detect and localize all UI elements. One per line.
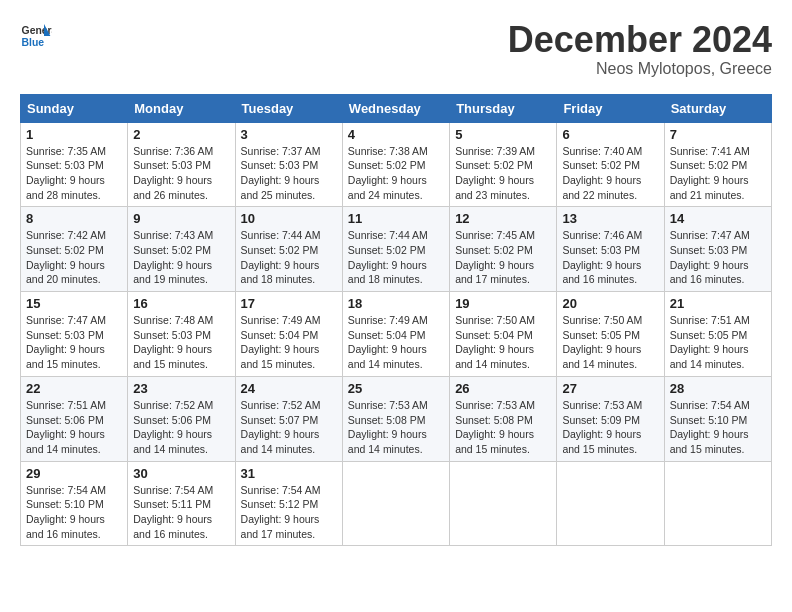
header-sunday: Sunday [21,94,128,122]
day-cell-10: 10 Sunrise: 7:44 AMSunset: 5:02 PMDaylig… [235,207,342,292]
day-detail: Sunrise: 7:49 AMSunset: 5:04 PMDaylight:… [241,313,337,372]
day-detail: Sunrise: 7:41 AMSunset: 5:02 PMDaylight:… [670,144,766,203]
day-number: 3 [241,127,337,142]
day-cell-28: 28 Sunrise: 7:54 AMSunset: 5:10 PMDaylig… [664,376,771,461]
day-number: 6 [562,127,658,142]
week-row-2: 8 Sunrise: 7:42 AMSunset: 5:02 PMDayligh… [21,207,772,292]
day-detail: Sunrise: 7:54 AMSunset: 5:11 PMDaylight:… [133,483,229,542]
day-cell-4: 4 Sunrise: 7:38 AMSunset: 5:02 PMDayligh… [342,122,449,207]
day-number: 27 [562,381,658,396]
empty-cell-w4-c4 [450,461,557,546]
day-detail: Sunrise: 7:46 AMSunset: 5:03 PMDaylight:… [562,228,658,287]
day-cell-30: 30 Sunrise: 7:54 AMSunset: 5:11 PMDaylig… [128,461,235,546]
day-number: 24 [241,381,337,396]
day-detail: Sunrise: 7:53 AMSunset: 5:08 PMDaylight:… [455,398,551,457]
day-detail: Sunrise: 7:49 AMSunset: 5:04 PMDaylight:… [348,313,444,372]
day-number: 18 [348,296,444,311]
day-number: 20 [562,296,658,311]
day-cell-11: 11 Sunrise: 7:44 AMSunset: 5:02 PMDaylig… [342,207,449,292]
day-number: 28 [670,381,766,396]
day-number: 14 [670,211,766,226]
day-number: 17 [241,296,337,311]
day-cell-26: 26 Sunrise: 7:53 AMSunset: 5:08 PMDaylig… [450,376,557,461]
day-detail: Sunrise: 7:44 AMSunset: 5:02 PMDaylight:… [241,228,337,287]
day-detail: Sunrise: 7:43 AMSunset: 5:02 PMDaylight:… [133,228,229,287]
day-detail: Sunrise: 7:51 AMSunset: 5:05 PMDaylight:… [670,313,766,372]
day-detail: Sunrise: 7:40 AMSunset: 5:02 PMDaylight:… [562,144,658,203]
day-cell-12: 12 Sunrise: 7:45 AMSunset: 5:02 PMDaylig… [450,207,557,292]
day-number: 16 [133,296,229,311]
day-cell-9: 9 Sunrise: 7:43 AMSunset: 5:02 PMDayligh… [128,207,235,292]
header-saturday: Saturday [664,94,771,122]
day-detail: Sunrise: 7:54 AMSunset: 5:10 PMDaylight:… [670,398,766,457]
day-cell-5: 5 Sunrise: 7:39 AMSunset: 5:02 PMDayligh… [450,122,557,207]
empty-cell-w4-c6 [664,461,771,546]
logo: General Blue [20,20,52,52]
day-cell-1: 1 Sunrise: 7:35 AMSunset: 5:03 PMDayligh… [21,122,128,207]
day-number: 13 [562,211,658,226]
day-cell-18: 18 Sunrise: 7:49 AMSunset: 5:04 PMDaylig… [342,292,449,377]
day-cell-22: 22 Sunrise: 7:51 AMSunset: 5:06 PMDaylig… [21,376,128,461]
day-number: 23 [133,381,229,396]
day-number: 29 [26,466,122,481]
day-number: 7 [670,127,766,142]
header-wednesday: Wednesday [342,94,449,122]
day-number: 8 [26,211,122,226]
day-detail: Sunrise: 7:54 AMSunset: 5:12 PMDaylight:… [241,483,337,542]
day-cell-13: 13 Sunrise: 7:46 AMSunset: 5:03 PMDaylig… [557,207,664,292]
day-detail: Sunrise: 7:37 AMSunset: 5:03 PMDaylight:… [241,144,337,203]
day-number: 15 [26,296,122,311]
day-detail: Sunrise: 7:52 AMSunset: 5:06 PMDaylight:… [133,398,229,457]
day-cell-23: 23 Sunrise: 7:52 AMSunset: 5:06 PMDaylig… [128,376,235,461]
title-block: December 2024 Neos Mylotopos, Greece [508,20,772,78]
day-detail: Sunrise: 7:54 AMSunset: 5:10 PMDaylight:… [26,483,122,542]
day-number: 25 [348,381,444,396]
header-tuesday: Tuesday [235,94,342,122]
day-cell-3: 3 Sunrise: 7:37 AMSunset: 5:03 PMDayligh… [235,122,342,207]
day-cell-6: 6 Sunrise: 7:40 AMSunset: 5:02 PMDayligh… [557,122,664,207]
week-row-1: 1 Sunrise: 7:35 AMSunset: 5:03 PMDayligh… [21,122,772,207]
week-row-4: 22 Sunrise: 7:51 AMSunset: 5:06 PMDaylig… [21,376,772,461]
day-detail: Sunrise: 7:36 AMSunset: 5:03 PMDaylight:… [133,144,229,203]
day-detail: Sunrise: 7:47 AMSunset: 5:03 PMDaylight:… [26,313,122,372]
day-detail: Sunrise: 7:44 AMSunset: 5:02 PMDaylight:… [348,228,444,287]
day-number: 11 [348,211,444,226]
day-detail: Sunrise: 7:38 AMSunset: 5:02 PMDaylight:… [348,144,444,203]
day-detail: Sunrise: 7:50 AMSunset: 5:04 PMDaylight:… [455,313,551,372]
month-title: December 2024 [508,20,772,60]
day-number: 31 [241,466,337,481]
day-cell-25: 25 Sunrise: 7:53 AMSunset: 5:08 PMDaylig… [342,376,449,461]
svg-text:Blue: Blue [22,37,45,48]
day-cell-8: 8 Sunrise: 7:42 AMSunset: 5:02 PMDayligh… [21,207,128,292]
day-detail: Sunrise: 7:42 AMSunset: 5:02 PMDaylight:… [26,228,122,287]
day-detail: Sunrise: 7:53 AMSunset: 5:08 PMDaylight:… [348,398,444,457]
day-number: 19 [455,296,551,311]
day-cell-24: 24 Sunrise: 7:52 AMSunset: 5:07 PMDaylig… [235,376,342,461]
day-number: 22 [26,381,122,396]
day-detail: Sunrise: 7:35 AMSunset: 5:03 PMDaylight:… [26,144,122,203]
day-cell-14: 14 Sunrise: 7:47 AMSunset: 5:03 PMDaylig… [664,207,771,292]
day-detail: Sunrise: 7:51 AMSunset: 5:06 PMDaylight:… [26,398,122,457]
empty-cell-w4-c5 [557,461,664,546]
day-detail: Sunrise: 7:53 AMSunset: 5:09 PMDaylight:… [562,398,658,457]
day-detail: Sunrise: 7:48 AMSunset: 5:03 PMDaylight:… [133,313,229,372]
day-number: 12 [455,211,551,226]
day-number: 2 [133,127,229,142]
empty-cell-w4-c3 [342,461,449,546]
day-cell-15: 15 Sunrise: 7:47 AMSunset: 5:03 PMDaylig… [21,292,128,377]
header-monday: Monday [128,94,235,122]
day-cell-7: 7 Sunrise: 7:41 AMSunset: 5:02 PMDayligh… [664,122,771,207]
day-cell-19: 19 Sunrise: 7:50 AMSunset: 5:04 PMDaylig… [450,292,557,377]
header-friday: Friday [557,94,664,122]
day-number: 26 [455,381,551,396]
day-cell-27: 27 Sunrise: 7:53 AMSunset: 5:09 PMDaylig… [557,376,664,461]
day-number: 30 [133,466,229,481]
logo-icon: General Blue [20,20,52,52]
location: Neos Mylotopos, Greece [508,60,772,78]
day-cell-2: 2 Sunrise: 7:36 AMSunset: 5:03 PMDayligh… [128,122,235,207]
day-number: 21 [670,296,766,311]
day-number: 10 [241,211,337,226]
day-number: 4 [348,127,444,142]
page-header: General Blue December 2024 Neos Mylotopo… [20,20,772,78]
day-cell-21: 21 Sunrise: 7:51 AMSunset: 5:05 PMDaylig… [664,292,771,377]
